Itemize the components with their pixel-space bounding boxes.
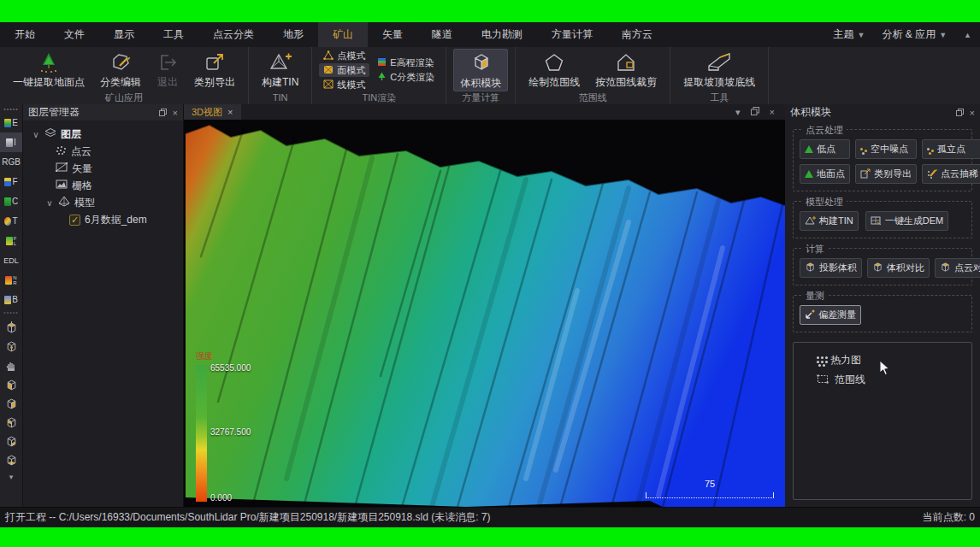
- cube-icon: [872, 262, 883, 274]
- tab-3d-view[interactable]: 3D视图 ×: [184, 104, 241, 120]
- isolated-points-button[interactable]: 孤立点: [922, 139, 980, 159]
- air-noise-button[interactable]: 空中噪点: [855, 139, 917, 159]
- blend-render-tool[interactable]: B: [0, 290, 22, 309]
- face-mode-button[interactable]: 面模式: [319, 63, 369, 77]
- pan-hand-icon[interactable]: [4, 359, 18, 374]
- tree-node-raster[interactable]: 栅格: [27, 177, 180, 194]
- button-label: 一键提取地面点: [13, 75, 85, 90]
- draw-boundary-button[interactable]: 绘制范围线: [522, 49, 586, 91]
- center-view: 3D视图 × ▾ ×: [184, 104, 785, 507]
- elevation-render-tool[interactable]: E: [0, 113, 22, 132]
- tool-letter: T: [12, 216, 17, 226]
- tree-node-layers[interactable]: ∨ 图层: [27, 126, 180, 143]
- theme-dropdown[interactable]: 主题 ▼: [825, 22, 874, 47]
- float-panel-icon[interactable]: [956, 108, 964, 118]
- flight-render-tool[interactable]: F: [0, 172, 22, 191]
- cube-icon: [469, 50, 493, 74]
- dem-checkbox[interactable]: ✓: [69, 215, 80, 226]
- fl-render-tool[interactable]: FL: [0, 231, 22, 250]
- chevron-down-icon[interactable]: ∨: [32, 130, 40, 139]
- close-tab-icon[interactable]: ×: [227, 107, 233, 117]
- view-iso-icon[interactable]: [5, 340, 18, 355]
- volume-compare-button[interactable]: 体积对比: [867, 258, 930, 278]
- classify-edit-button[interactable]: 分类编辑: [94, 49, 147, 91]
- view-bottom-icon[interactable]: [5, 454, 18, 468]
- tree-icon: [805, 170, 813, 178]
- menu-item-file[interactable]: 文件: [50, 22, 99, 47]
- raster-icon: [56, 179, 68, 191]
- menu-item-vector[interactable]: 矢量: [368, 22, 417, 47]
- extract-ground-points-button[interactable]: 一键提取地面点: [7, 49, 91, 91]
- fl-mini-icon: [6, 237, 13, 245]
- generate-dem-button[interactable]: 一键生成DEM: [865, 211, 948, 231]
- nr-mini-icon: [5, 276, 12, 285]
- menu-item-south-cloud[interactable]: 南方云: [607, 22, 667, 47]
- view-back-icon[interactable]: [5, 397, 18, 412]
- clip-by-boundary-button[interactable]: 按范围线裁剪: [589, 49, 663, 91]
- close-icon[interactable]: ×: [970, 108, 975, 118]
- deviation-measure-button[interactable]: 偏差测量: [800, 305, 861, 325]
- toolbar-handle[interactable]: •••••: [3, 106, 18, 113]
- project-path-text: 打开工程 -- C:/Users/16933/Documents/SouthLi…: [5, 510, 491, 525]
- volume-module-button[interactable]: 体积模块: [453, 49, 508, 91]
- build-tin-button[interactable]: 构建TIN: [800, 211, 859, 231]
- view-front-icon[interactable]: [5, 379, 18, 393]
- intensity-render-tool[interactable]: I: [0, 132, 22, 152]
- elevation-mini-icon: [4, 119, 11, 127]
- menu-item-start[interactable]: 开始: [0, 22, 50, 47]
- menu-item-display[interactable]: 显示: [99, 22, 149, 47]
- toolbar-more-icon[interactable]: ▾: [9, 473, 14, 481]
- edl-render-tool[interactable]: EDL: [0, 250, 22, 270]
- float-panel-icon[interactable]: [159, 108, 167, 118]
- view-menu-icon[interactable]: ▾: [735, 107, 741, 118]
- rgb-render-tool[interactable]: RGB: [0, 152, 22, 172]
- nr-render-tool[interactable]: NR: [0, 270, 22, 290]
- ground-points-button[interactable]: 地面点: [800, 164, 850, 184]
- point-mode-button[interactable]: 点模式: [319, 49, 369, 62]
- tree-node-model[interactable]: ∨ 模型: [27, 194, 180, 211]
- view-right-icon[interactable]: [5, 435, 18, 450]
- collapse-ribbon-button[interactable]: ▲: [955, 22, 980, 47]
- top-chrome-bar: [0, 0, 980, 22]
- class-render-tool[interactable]: C: [0, 191, 22, 211]
- menu-item-volume-calc[interactable]: 方量计算: [537, 22, 607, 47]
- scale-bar: 75: [646, 481, 774, 498]
- menu-item-tunnel[interactable]: 隧道: [417, 22, 467, 47]
- restore-view-icon[interactable]: [751, 107, 759, 117]
- chevron-down-icon[interactable]: ∨: [45, 198, 54, 208]
- pointcloud-thin-button[interactable]: 点云抽稀: [922, 164, 980, 184]
- line-mode-button[interactable]: 线模式: [319, 78, 369, 91]
- low-points-button[interactable]: 低点: [800, 139, 850, 159]
- tree-node-pointcloud[interactable]: 点云: [27, 143, 180, 160]
- ribbon-group-tin: 构建TIN TIN: [249, 47, 312, 104]
- menu-item-pointcloud-classify[interactable]: 点云分类: [198, 22, 269, 47]
- tree-node-vector[interactable]: 矢量: [27, 160, 180, 177]
- time-render-tool[interactable]: T: [0, 211, 22, 231]
- category-export-button[interactable]: 类别导出: [855, 164, 917, 184]
- extract-slope-lines-button[interactable]: 提取坡顶坡底线: [677, 49, 761, 91]
- close-icon[interactable]: ×: [173, 108, 178, 118]
- build-tin-button[interactable]: 构建TIN: [256, 49, 304, 91]
- menu-item-mine[interactable]: 矿山: [318, 22, 368, 47]
- tool-letter: EDL: [3, 256, 19, 265]
- category-export-button[interactable]: 类别导出: [188, 49, 241, 91]
- menu-item-power-survey[interactable]: 电力勘测: [467, 22, 537, 47]
- pointcloud-compare-button[interactable]: 点云对比: [935, 258, 980, 278]
- viewport-3d[interactable]: 强度 65535.000 32767.500 0.000 75: [184, 120, 785, 507]
- elevation-render-button[interactable]: E高程渲染: [373, 56, 439, 70]
- analysis-apps-dropdown[interactable]: 分析 & 应用 ▼: [873, 22, 955, 47]
- view-left-icon[interactable]: [5, 416, 18, 431]
- button-label: 退出: [157, 75, 178, 90]
- menu-item-tools[interactable]: 工具: [149, 22, 198, 47]
- projection-volume-button[interactable]: 投影体积: [800, 258, 862, 278]
- analysis-label: 分析 & 应用: [882, 27, 936, 42]
- menu-item-terrain[interactable]: 地形: [269, 22, 318, 47]
- volume-panel-title: 体积模块: [790, 105, 831, 120]
- classify-render-button[interactable]: C分类渲染: [373, 71, 439, 85]
- tool-letter: C: [12, 197, 18, 206]
- close-view-icon[interactable]: ×: [770, 107, 775, 117]
- section-model-processing: 模型处理 构建TIN 一键生成DEM: [793, 201, 972, 238]
- status-bar: 打开工程 -- C:/Users/16933/Documents/SouthLi…: [0, 507, 980, 527]
- view-top-icon[interactable]: [5, 321, 18, 336]
- tree-node-dem[interactable]: ✓ 6月数据_dem: [27, 211, 180, 228]
